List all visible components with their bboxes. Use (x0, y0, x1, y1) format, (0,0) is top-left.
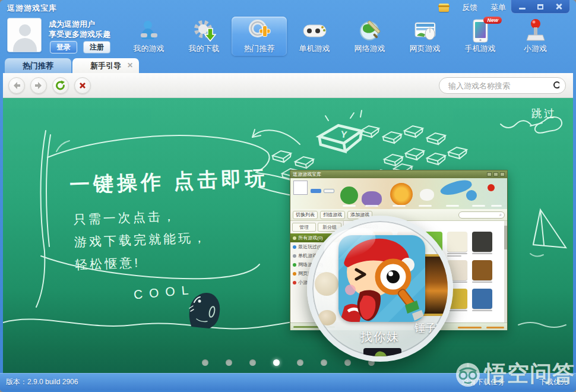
mini-manage-button: 管理 (292, 223, 316, 232)
title-bar: 逗游游戏宝库 反馈 菜单 (0, 0, 576, 15)
watermark: 悟空问答 (454, 359, 575, 388)
mini-register-button (324, 189, 334, 193)
nav-item-hot-recommend[interactable]: 热门推荐 (232, 17, 287, 56)
mini-scrollbar (504, 221, 507, 323)
page-dot[interactable] (249, 359, 256, 366)
mini-banner (290, 178, 507, 209)
tab-bar: 热门推荐 新手引导 ✕ (0, 57, 576, 73)
page-dot-active[interactable] (273, 359, 280, 366)
promo-text: 成为逗游用户 享受更多游戏乐趣 (49, 19, 110, 39)
feedback-link[interactable]: 反馈 (462, 2, 477, 13)
back-button[interactable] (8, 77, 25, 94)
tutorial-canvas: Y 跳过 一键操作 点击即玩 只需一次点击， 游戏下载完就能玩， 轻松惬意 (3, 98, 573, 373)
search-box (439, 77, 566, 94)
app-title: 逗游游戏宝库 (7, 3, 57, 14)
avatar[interactable] (7, 18, 42, 52)
new-badge: New (483, 17, 502, 24)
skip-button[interactable]: 跳过 (531, 106, 556, 121)
mini-login-button (311, 189, 321, 193)
nav-item-my-downloads[interactable]: 我的下载 (176, 17, 232, 56)
refresh-button[interactable] (52, 77, 69, 94)
cartoon-tree (340, 186, 358, 204)
menu-link[interactable]: 菜单 (490, 2, 506, 13)
version-text: 版本：2.9.0 build 2906 (6, 377, 78, 387)
browser-toolbar (3, 73, 573, 98)
nav-item-mini-games[interactable]: 小游戏 (508, 17, 563, 56)
mini-search-box: ⌕ (458, 211, 505, 219)
nav-item-web-games[interactable]: 网页游戏 (397, 17, 452, 56)
mini-scan-games-button: 扫描游戏 (320, 211, 345, 219)
page-dot[interactable] (344, 359, 351, 366)
mini-joystick-icon (488, 184, 495, 191)
wukong-logo-icon (454, 359, 482, 388)
nav-item-my-games[interactable]: 我的游戏 (121, 17, 176, 56)
minimize-icon[interactable] (514, 2, 530, 12)
svg-text:Y: Y (340, 129, 348, 140)
register-button[interactable]: 注册 (83, 41, 110, 53)
browser-mouse-icon (413, 18, 438, 43)
nav-item-mobile-games[interactable]: New 手机游戏 (452, 17, 508, 56)
search-icon[interactable] (553, 81, 559, 91)
page-dot[interactable] (321, 359, 327, 366)
mini-avatar (293, 181, 308, 195)
gift-icon[interactable] (439, 4, 449, 12)
close-icon[interactable] (551, 2, 566, 12)
mag-partial-tile-bottom (363, 348, 401, 356)
window-controls (511, 0, 570, 14)
page-dot[interactable] (297, 359, 303, 366)
tab-close-icon[interactable]: ✕ (127, 61, 133, 69)
app-window: 逗游游戏宝库 反馈 菜单 成为逗游用户 享受更多游戏乐趣 登录 注册 (0, 0, 576, 392)
cartoon-lion (390, 183, 413, 206)
tab-hot-recommend[interactable]: 热门推荐 (5, 58, 71, 73)
magnifier-bubble: 找你妹 锤子守 (307, 216, 453, 362)
mini-title-bar: 逗游游戏宝库 (290, 170, 507, 178)
mini-window-controls (487, 172, 505, 176)
forward-button[interactable] (30, 77, 47, 94)
mini-switch-view-button: 切换列表 (293, 211, 318, 219)
cartoon-dragon-head (466, 190, 477, 201)
nav-item-online-games[interactable]: 网络游戏 (342, 17, 397, 56)
cartoon-goat (420, 189, 434, 201)
tab-newbie-guide[interactable]: 新手引导 ✕ (72, 58, 139, 73)
stop-button[interactable] (74, 77, 91, 94)
main-nav: 我的游戏 我的下载 热门推荐 单机游戏 (121, 17, 563, 56)
person-gamepad-icon (137, 18, 161, 43)
mag-partial-tile-left (315, 272, 338, 296)
page-dot[interactable] (226, 359, 232, 366)
globe-sword-icon (357, 18, 382, 43)
header: 成为逗游用户 享受更多游戏乐趣 登录 注册 我的游戏 我的下载 (0, 15, 576, 57)
watermark-text: 悟空问答 (485, 359, 575, 388)
nav-item-pc-games[interactable]: 单机游戏 (287, 17, 342, 56)
gamepad-icon (302, 18, 328, 43)
maximize-icon[interactable] (533, 2, 548, 12)
gear-download-icon (192, 18, 216, 43)
tutorial-subtext: 只需一次点击， 游戏下载完就能玩， 轻松惬意! (73, 204, 209, 276)
joystick-icon (525, 18, 546, 43)
ring-plus-icon (248, 18, 271, 43)
page-dot[interactable] (202, 359, 208, 366)
search-input[interactable] (439, 81, 553, 90)
login-button[interactable]: 登录 (50, 41, 77, 53)
